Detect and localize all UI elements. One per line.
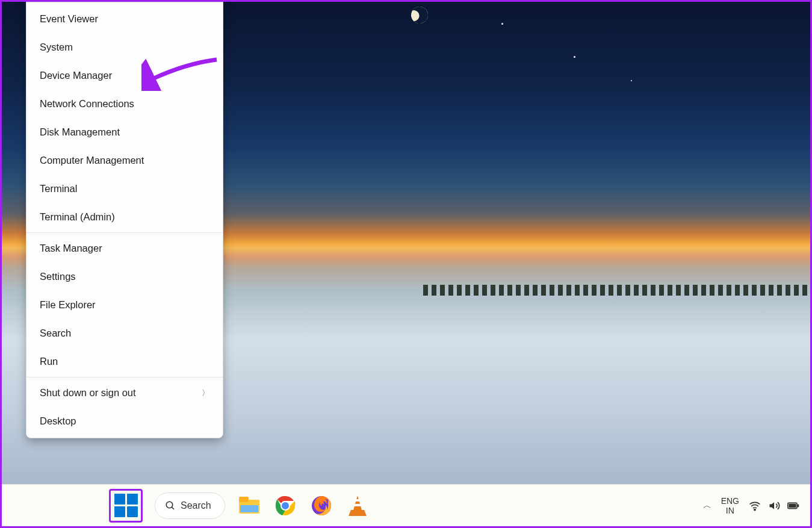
svg-rect-14 (798, 504, 799, 507)
menu-item-computer-management[interactable]: Computer Management (26, 146, 223, 175)
menu-item-terminal[interactable]: Terminal (26, 175, 223, 203)
star-graphic (574, 56, 575, 58)
taskbar-search[interactable]: Search (155, 492, 225, 519)
menu-item-file-explorer[interactable]: File Explorer (26, 291, 223, 319)
search-icon (165, 500, 176, 511)
tree-line-graphic (423, 285, 810, 296)
taskbar-app-firefox[interactable] (309, 494, 333, 518)
start-button[interactable] (109, 489, 143, 523)
svg-rect-13 (789, 503, 796, 507)
taskbar-app-chrome[interactable] (273, 494, 297, 518)
system-tray: ︿ ENG IN (703, 496, 799, 515)
svg-rect-10 (354, 504, 361, 506)
menu-item-system[interactable]: System (26, 33, 223, 61)
menu-item-label: System (40, 42, 73, 53)
svg-point-0 (166, 502, 173, 508)
svg-line-1 (172, 507, 174, 509)
menu-item-network-connections[interactable]: Network Connections (26, 90, 223, 118)
menu-item-disk-management[interactable]: Disk Management (26, 118, 223, 146)
language-line2: IN (721, 506, 739, 515)
taskbar: Search ︿ ENG IN (2, 484, 810, 526)
star-graphic (501, 23, 503, 25)
menu-item-shut-down-or-sign-out[interactable]: Shut down or sign out 〉 (26, 379, 223, 407)
menu-item-label: Event Viewer (40, 13, 98, 25)
menu-item-event-viewer[interactable]: Event Viewer (26, 5, 223, 33)
menu-separator (26, 377, 223, 377)
menu-item-label: Device Manager (40, 70, 112, 81)
search-label: Search (181, 500, 211, 511)
menu-item-label: Shut down or sign out (40, 387, 136, 399)
language-line1: ENG (721, 496, 739, 506)
menu-item-desktop[interactable]: Desktop (26, 407, 223, 435)
menu-item-terminal-admin[interactable]: Terminal (Admin) (26, 203, 223, 231)
menu-item-settings[interactable]: Settings (26, 262, 223, 291)
svg-rect-4 (240, 505, 258, 512)
vlc-icon (349, 495, 367, 516)
star-graphic (631, 80, 632, 81)
chrome-icon (275, 495, 296, 516)
taskbar-app-file-explorer[interactable] (237, 494, 261, 518)
battery-icon[interactable] (787, 500, 799, 512)
chevron-right-icon: 〉 (202, 388, 209, 399)
volume-icon[interactable] (768, 500, 780, 512)
menu-item-label: Search (40, 328, 71, 339)
menu-item-label: Task Manager (40, 243, 102, 254)
svg-point-11 (754, 509, 755, 510)
menu-item-run[interactable]: Run (26, 347, 223, 376)
svg-rect-3 (239, 497, 249, 502)
menu-item-label: Computer Management (40, 155, 144, 166)
menu-separator (26, 232, 223, 233)
moon-graphic (408, 4, 430, 26)
svg-rect-9 (355, 499, 361, 502)
tray-overflow-button[interactable]: ︿ (703, 500, 711, 511)
wifi-icon[interactable] (749, 500, 761, 512)
file-explorer-icon (239, 497, 259, 515)
menu-item-label: Desktop (40, 415, 76, 427)
firefox-icon (311, 495, 332, 516)
menu-item-label: Network Connections (40, 98, 134, 110)
desktop-wallpaper: Event Viewer System Device Manager Netwo… (2, 2, 810, 484)
language-indicator[interactable]: ENG IN (721, 496, 739, 515)
menu-item-label: Disk Management (40, 126, 120, 138)
menu-item-device-manager[interactable]: Device Manager (26, 61, 223, 90)
winx-context-menu: Event Viewer System Device Manager Netwo… (26, 2, 223, 438)
menu-item-label: Run (40, 356, 58, 367)
menu-item-task-manager[interactable]: Task Manager (26, 234, 223, 262)
menu-item-label: Settings (40, 271, 76, 282)
menu-item-search[interactable]: Search (26, 319, 223, 347)
windows-logo-icon (114, 494, 138, 517)
taskbar-app-vlc[interactable] (346, 494, 370, 518)
menu-item-label: Terminal (40, 183, 77, 194)
menu-item-label: Terminal (Admin) (40, 211, 115, 223)
menu-item-label: File Explorer (40, 299, 96, 311)
